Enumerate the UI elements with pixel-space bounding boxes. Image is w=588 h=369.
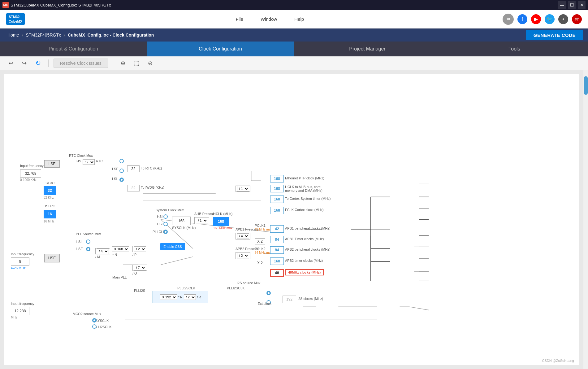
apb2-pre-divider[interactable]: / 2 <box>236 252 250 259</box>
zoom-in-button[interactable]: ⊕ <box>118 59 128 68</box>
undo-button[interactable]: ↩ <box>6 59 16 68</box>
lsi-label-mux: LSI <box>112 177 117 181</box>
pll-n-label: * N <box>112 253 117 257</box>
apb2-pre-select[interactable]: / 2 <box>237 253 249 258</box>
hclk-ahb-label: HCLK to AHB bus, core, <box>285 185 322 189</box>
logo: STM32 CubeMX <box>6 13 25 25</box>
vertical-scrollbar[interactable] <box>583 70 588 369</box>
hse-rtc-div-select[interactable]: / 2 <box>83 159 95 165</box>
mco2-mux-label: MCO2 source Mux <box>73 312 101 316</box>
pll-p-divider[interactable]: / 2 <box>132 246 147 252</box>
sys-pll-radio[interactable] <box>163 230 168 234</box>
breadcrumb-home[interactable]: Home <box>5 33 21 37</box>
redo-button[interactable]: ↪ <box>19 59 29 68</box>
tab-project[interactable]: Project Manager <box>294 42 441 56</box>
i2s-clk-value: 192 <box>283 296 296 303</box>
hclk-value[interactable]: 168 <box>213 217 229 226</box>
generate-code-button[interactable]: GENERATE CODE <box>526 30 583 40</box>
eth-ptp-label: Ethernet PTP clock (MHz) <box>285 176 324 180</box>
zoom-fit-button[interactable]: ⬚ <box>132 59 142 68</box>
scrollbar-thumb[interactable] <box>584 76 588 95</box>
plli2s-r-select[interactable]: / 2 <box>184 294 196 300</box>
app-icon: MX <box>2 2 9 8</box>
plli2s-input-freq-value[interactable]: 12.288 <box>11 307 29 315</box>
network-icon[interactable]: ✦ <box>558 14 568 24</box>
pll-n-select[interactable]: X 168 <box>112 246 129 252</box>
apb2-timer-value: 168 <box>270 257 284 265</box>
window-title: STM32CubeMX CubeMX_Config.ioc: STM32F405… <box>11 3 558 7</box>
hse-block: HSE <box>44 254 60 262</box>
hsi-value[interactable]: 16 <box>44 210 56 218</box>
hse-input-freq-value[interactable]: 8 <box>11 257 29 266</box>
resolve-clock-button[interactable]: Resolve Clock Issues <box>54 59 108 68</box>
fclk-value: 168 <box>270 207 284 214</box>
breadcrumb-current[interactable]: CubeMX_Config.ioc - Clock Configuration <box>65 33 156 37</box>
cortex-div-select[interactable]: / 1 <box>237 186 249 191</box>
pll-hsi-radio[interactable] <box>86 239 90 244</box>
48mhz-value: 48 <box>270 269 284 277</box>
refresh-button[interactable]: ↻ <box>33 58 43 68</box>
pll-hse-radio[interactable] <box>86 247 90 251</box>
zoom-out-button[interactable]: ⊖ <box>145 59 155 68</box>
lse-freq-value[interactable]: 32.768 <box>20 169 41 178</box>
menu-items: File Window Help <box>37 15 503 23</box>
menu-window[interactable]: Window <box>258 15 279 23</box>
apb2-peri-value: 84 <box>270 246 284 254</box>
st-brand-icon[interactable]: ST <box>572 14 582 24</box>
plli2s-n-select[interactable]: X 192 <box>160 294 177 300</box>
menu-help[interactable]: Help <box>292 15 306 23</box>
sys-hsi-radio[interactable] <box>163 214 168 219</box>
hsi-rc-label: HSI RC <box>44 204 55 208</box>
menu-file[interactable]: File <box>233 15 246 23</box>
breadcrumb-device[interactable]: STM32F405RGTx <box>23 33 63 37</box>
10th-anniversary-icon[interactable]: 10 <box>503 14 514 25</box>
facebook-icon[interactable]: f <box>517 14 527 24</box>
maximize-button[interactable]: ☐ <box>568 1 576 9</box>
pll-hse-label: HSE <box>76 247 83 251</box>
hse-rtc-divider[interactable]: / 2 <box>81 159 96 165</box>
tab-clock[interactable]: Clock Configuration <box>147 42 294 56</box>
plli2sclk-label2: PLLI2SCLK <box>227 286 244 290</box>
to-iwdg-value[interactable]: 32 <box>127 185 140 191</box>
hclk-max-label: 168 MHz max <box>213 226 232 230</box>
cortex-timer-label: To Cortex System timer (MHz) <box>285 197 331 200</box>
ahb-pre-divider[interactable]: / 1 <box>194 217 209 224</box>
hse-input-range: 4-26 MHz <box>11 266 26 270</box>
close-button[interactable]: ✕ <box>578 1 586 9</box>
apb1-pre-divider[interactable]: / 4 <box>236 233 250 239</box>
lsi-value[interactable]: 32 <box>44 186 56 195</box>
pll-p-select[interactable]: / 2 <box>134 246 146 252</box>
pll-m-divider[interactable]: / 4 <box>95 248 110 254</box>
sys-hse-label: HSE <box>157 222 164 226</box>
apb1-pre-select[interactable]: / 4 <box>237 233 249 239</box>
pll-q-select[interactable]: / 7 <box>134 265 146 270</box>
pll-n-multiplier[interactable]: X 168 <box>112 246 128 252</box>
lse-label-mux: LSE <box>112 167 119 171</box>
pll-q-divider[interactable]: / 7 <box>132 265 147 271</box>
twitter-icon[interactable]: 🐦 <box>545 14 555 24</box>
mco2-sysclk-label: SYSCLK <box>95 319 109 323</box>
i2s-plli2s-radio[interactable] <box>266 291 271 295</box>
toolbar: ↩ ↪ ↻ Resolve Clock Issues ⊕ ⬚ ⊖ <box>0 56 588 70</box>
apb1-timer-value: 84 <box>270 236 284 243</box>
minimize-button[interactable]: — <box>558 1 566 9</box>
to-rtc-value[interactable]: 32 <box>127 165 140 172</box>
tab-pinout[interactable]: Pinout & Configuration <box>0 42 147 56</box>
plli2s-box: X 192 * N / 2 / R <box>153 291 208 303</box>
cortex-divider[interactable]: / 1 <box>236 186 250 192</box>
fclk-label: FCLK Cortex clock (MHz) <box>285 208 324 212</box>
ahb-pre-select[interactable]: / 1 <box>196 218 208 223</box>
window-controls[interactable]: — ☐ ✕ <box>558 1 586 9</box>
sysclk-value[interactable]: 168 <box>172 217 191 225</box>
youtube-icon[interactable]: ▶ <box>531 14 541 24</box>
tab-tools[interactable]: Tools <box>441 42 588 56</box>
mco2-sysclk-radio[interactable] <box>92 318 97 323</box>
enable-css-button[interactable]: Enable CSS <box>160 243 185 250</box>
rtc-lsi-radio[interactable] <box>119 178 124 182</box>
rtc-hse-radio[interactable] <box>119 159 124 163</box>
rtc-lse-radio[interactable] <box>119 169 124 173</box>
apb2-timer-label: APB2 timer clocks (MHz) <box>285 259 323 262</box>
mco2-plli2s-radio[interactable] <box>92 324 97 329</box>
pll-m-select[interactable]: / 4 <box>97 248 109 254</box>
sys-hse-radio[interactable] <box>163 222 168 226</box>
